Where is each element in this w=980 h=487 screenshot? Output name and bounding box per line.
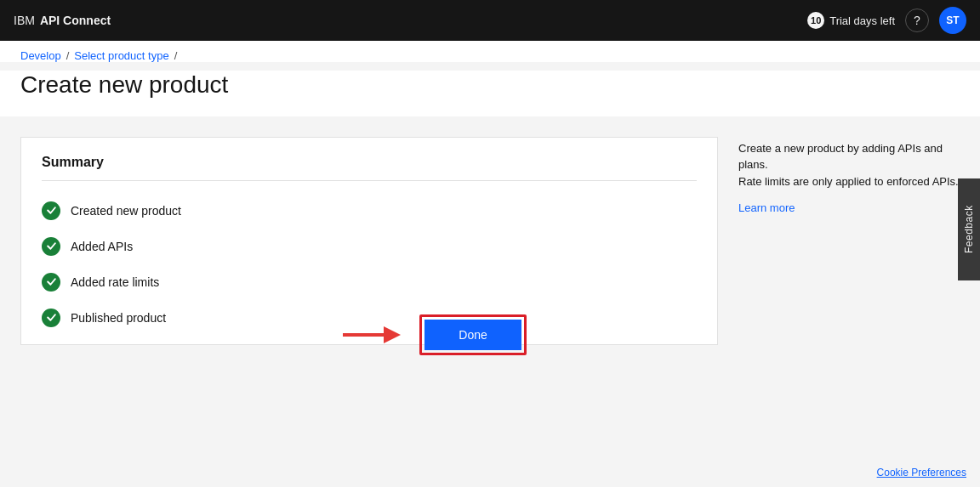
brand-product: API Connect bbox=[40, 14, 111, 27]
check-icon-2 bbox=[42, 237, 60, 256]
trial-days-number: 10 bbox=[807, 12, 824, 29]
trial-label: Trial days left bbox=[829, 14, 895, 27]
breadcrumb-sep1: / bbox=[66, 49, 70, 62]
side-info-text: Create a new product by adding APIs and … bbox=[738, 140, 960, 190]
learn-more-link[interactable]: Learn more bbox=[738, 201, 795, 214]
summary-item-label: Created new product bbox=[71, 204, 181, 218]
cookie-preferences[interactable]: Cookie Preferences bbox=[863, 458, 980, 487]
side-info: Create a new product by adding APIs and … bbox=[738, 137, 960, 345]
list-item: Added rate limits bbox=[42, 273, 697, 292]
avatar[interactable]: ST bbox=[939, 7, 966, 34]
breadcrumb: Develop / Select product type / bbox=[20, 49, 960, 62]
breadcrumb-sep2: / bbox=[174, 49, 178, 62]
list-item: Added APIs bbox=[42, 237, 697, 256]
check-icon-1 bbox=[42, 201, 60, 220]
list-item: Created new product bbox=[42, 201, 697, 220]
done-button-area: Done bbox=[0, 314, 980, 355]
done-button-container: Done bbox=[343, 314, 526, 355]
help-button[interactable]: ? bbox=[905, 8, 929, 32]
summary-items: Created new product Added APIs Added rat… bbox=[42, 195, 697, 327]
summary-heading: Summary bbox=[42, 155, 697, 181]
svg-marker-1 bbox=[384, 326, 401, 343]
top-nav: IBM API Connect 10 Trial days left ? ST bbox=[0, 0, 980, 41]
summary-card: Summary Created new product Added APIs bbox=[20, 137, 718, 345]
brand: IBM API Connect bbox=[14, 14, 111, 27]
arrow-icon bbox=[343, 320, 402, 350]
feedback-tab[interactable]: Feedback bbox=[958, 178, 980, 280]
breadcrumb-develop[interactable]: Develop bbox=[20, 49, 61, 62]
summary-item-label: Added rate limits bbox=[71, 275, 159, 289]
brand-ibm: IBM bbox=[14, 14, 35, 27]
page-title: Create new product bbox=[20, 71, 960, 99]
nav-right: 10 Trial days left ? ST bbox=[807, 7, 966, 34]
breadcrumb-area: Develop / Select product type / bbox=[0, 41, 980, 62]
done-button[interactable]: Done bbox=[424, 320, 521, 350]
summary-item-label: Added APIs bbox=[71, 240, 133, 253]
page-title-area: Create new product bbox=[0, 71, 980, 116]
breadcrumb-select-product-type[interactable]: Select product type bbox=[74, 49, 168, 62]
check-icon-3 bbox=[42, 273, 60, 292]
done-button-highlight: Done bbox=[419, 314, 526, 355]
trial-badge: 10 Trial days left bbox=[807, 12, 895, 29]
